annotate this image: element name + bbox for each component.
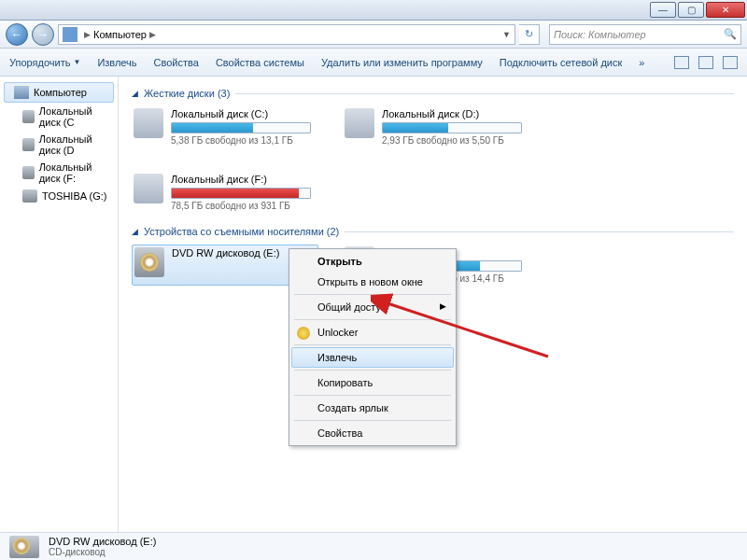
- drive-label: Локальный диск (F:): [171, 174, 317, 185]
- sidebar-item-label: TOSHIBA (G:): [42, 190, 106, 202]
- status-name: DVD RW дисковод (E:): [49, 536, 156, 547]
- group-header-hdd[interactable]: ◢Жесткие диски (3): [132, 88, 734, 99]
- content-area: ◢Жесткие диски (3) Локальный диск (C:) 5…: [119, 77, 747, 532]
- organize-button[interactable]: Упорядочить▼: [9, 57, 80, 68]
- minimize-button[interactable]: —: [650, 2, 676, 18]
- drive-label: Локальный диск (D:): [382, 108, 528, 119]
- refresh-button[interactable]: ↻: [519, 24, 540, 45]
- hdd-icon: [345, 108, 374, 138]
- help-button[interactable]: [723, 56, 738, 69]
- chevron-down-icon: ▼: [73, 58, 80, 66]
- sidebar-item-label: Локальный диск (F:: [39, 161, 112, 184]
- drive-c[interactable]: Локальный диск (C:) 5,38 ГБ свободно из …: [132, 106, 318, 147]
- usage-bar: [382, 122, 522, 133]
- system-properties-button[interactable]: Свойства системы: [216, 57, 304, 68]
- hdd-icon: [134, 174, 163, 203]
- usage-bar: [171, 122, 311, 133]
- menu-create-shortcut[interactable]: Создать ярлык: [291, 398, 454, 418]
- menu-copy[interactable]: Копировать: [291, 372, 454, 393]
- drive-label: Локальный диск (C:): [171, 108, 317, 119]
- sidebar: Компьютер Локальный диск (C Локальный ди…: [0, 77, 119, 532]
- drive-f[interactable]: Локальный диск (F:) 78,5 ГБ свободно из …: [132, 172, 318, 213]
- sidebar-item-disk-c[interactable]: Локальный диск (C: [0, 103, 118, 131]
- sidebar-item-disk-f[interactable]: Локальный диск (F:: [0, 159, 118, 187]
- uninstall-button[interactable]: Удалить или изменить программу: [321, 57, 483, 68]
- sidebar-item-label: Локальный диск (D: [39, 133, 112, 156]
- chevron-right-icon: ▶: [440, 301, 446, 311]
- chevron-right-icon: ▶: [84, 30, 91, 39]
- map-drive-button[interactable]: Подключить сетевой диск: [500, 57, 622, 68]
- breadcrumb-item[interactable]: Компьютер: [93, 29, 147, 40]
- more-button[interactable]: »: [639, 57, 644, 68]
- menu-open[interactable]: Открыть: [291, 251, 454, 272]
- drive-free: 5,38 ГБ свободно из 13,1 ГБ: [171, 135, 317, 146]
- hdd-icon: [22, 138, 35, 151]
- menu-share[interactable]: Общий доступ▶: [291, 297, 454, 317]
- menu-eject[interactable]: Извлечь: [291, 347, 454, 368]
- hdd-icon: [134, 108, 163, 138]
- back-button[interactable]: ←: [6, 23, 28, 46]
- search-input[interactable]: Поиск: Компьютер 🔍: [549, 24, 741, 45]
- forward-button[interactable]: →: [32, 23, 54, 46]
- drive-free: 78,5 ГБ свободно из 931 ГБ: [171, 201, 317, 211]
- eject-button[interactable]: Извлечь: [97, 57, 136, 68]
- menu-unlocker[interactable]: Unlocker: [291, 322, 454, 343]
- drive-free: 2,93 ГБ свободно из 5,50 ГБ: [382, 135, 528, 146]
- sidebar-item-toshiba[interactable]: TOSHIBA (G:): [0, 187, 118, 205]
- menu-open-new-window[interactable]: Открыть в новом окне: [291, 272, 454, 292]
- collapse-icon: ◢: [132, 227, 138, 236]
- view-button[interactable]: [674, 56, 689, 69]
- sidebar-item-label: Компьютер: [34, 87, 87, 98]
- usage-bar: [171, 188, 311, 199]
- dvd-drive-icon: [134, 247, 164, 277]
- sidebar-item-computer[interactable]: Компьютер: [4, 82, 114, 103]
- status-type: CD-дисковод: [49, 547, 156, 557]
- preview-pane-button[interactable]: [698, 56, 713, 69]
- navbar: ← → ▶ Компьютер ▶ ▼ ↻ Поиск: Компьютер 🔍: [0, 21, 747, 49]
- sidebar-item-label: Локальный диск (C: [39, 105, 112, 128]
- context-menu: Открыть Открыть в новом окне Общий досту…: [289, 248, 457, 446]
- properties-button[interactable]: Свойства: [154, 57, 199, 68]
- unlocker-icon: [297, 327, 310, 340]
- computer-icon: [14, 86, 29, 99]
- hdd-icon: [22, 189, 37, 203]
- hdd-icon: [22, 110, 35, 123]
- sidebar-item-disk-d[interactable]: Локальный диск (D: [0, 131, 118, 159]
- chevron-down-icon[interactable]: ▼: [502, 30, 511, 39]
- breadcrumb[interactable]: ▶ Компьютер ▶ ▼: [58, 24, 515, 45]
- titlebar: — ▢ ✕: [0, 0, 747, 21]
- close-button[interactable]: ✕: [706, 2, 745, 18]
- dvd-drive-icon: [9, 536, 39, 558]
- drive-d[interactable]: Локальный диск (D:) 2,93 ГБ свободно из …: [343, 106, 529, 147]
- maximize-button[interactable]: ▢: [678, 2, 704, 18]
- toolbar: Упорядочить▼ Извлечь Свойства Свойства с…: [0, 49, 747, 77]
- computer-icon: [63, 27, 78, 42]
- statusbar: DVD RW дисковод (E:) CD-дисковод: [0, 532, 747, 560]
- collapse-icon: ◢: [132, 89, 138, 98]
- group-header-removable[interactable]: ◢Устройства со съемными носителями (2): [132, 226, 734, 237]
- search-placeholder: Поиск: Компьютер: [554, 29, 646, 40]
- search-icon: 🔍: [724, 28, 737, 40]
- menu-properties[interactable]: Свойства: [291, 423, 454, 443]
- chevron-right-icon: ▶: [149, 30, 156, 39]
- hdd-icon: [22, 166, 35, 179]
